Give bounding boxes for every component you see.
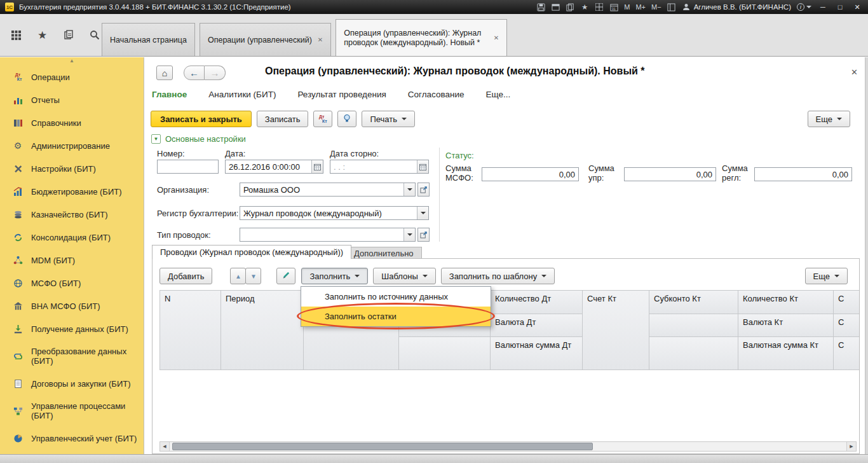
scroll-right-button[interactable]: ▶ — [846, 442, 856, 451]
organization-field[interactable]: Ромашка ООО — [240, 183, 416, 197]
save-icon[interactable] — [536, 3, 545, 11]
print-button[interactable]: Печать — [362, 111, 415, 127]
favorites-add-icon[interactable]: ★ — [580, 3, 589, 11]
calendar-button[interactable] — [417, 160, 428, 173]
copy-icon[interactable] — [566, 3, 574, 11]
section-title: Основные настройки — [165, 134, 246, 144]
tab-operation-document[interactable]: Операция (управленческий): Журнал провод… — [336, 19, 507, 56]
back-button[interactable]: ← — [184, 66, 205, 80]
service-grid-icon[interactable] — [595, 3, 604, 11]
sidebar-item-budgeting[interactable]: Бюджетирование (БИТ) — [0, 180, 144, 203]
form-more-button[interactable]: Еще — [808, 111, 850, 127]
minimize-button[interactable]: ─ — [817, 3, 829, 11]
main-menu-grid-icon[interactable] — [10, 29, 22, 41]
button-label: Еще — [813, 272, 830, 281]
move-down-button[interactable]: ▼ — [245, 268, 261, 284]
home-button[interactable]: ⌂ — [156, 66, 173, 80]
favorites-icon[interactable]: ★ — [36, 29, 48, 41]
tab-main[interactable]: Главное — [152, 90, 187, 99]
sidebar-item-bit-settings[interactable]: Настройки (БИТ) — [0, 157, 144, 180]
organization-open-button[interactable] — [417, 183, 430, 197]
tab-posting-result[interactable]: Результат проведения — [297, 90, 386, 99]
menu-item-fill-balances[interactable]: Заполнить остатки — [301, 307, 491, 326]
sidebar-item-management-accounting[interactable]: Управленческий учет (БИТ) — [0, 427, 144, 450]
show-postings-button[interactable]: ДтКт — [313, 111, 332, 127]
sidebar-item-operations[interactable]: ДтКт Операции — [0, 66, 144, 88]
memory-m-minus-button[interactable]: M− — [651, 3, 661, 11]
sum-regl-field[interactable]: 0,00 — [754, 167, 852, 181]
entry-type-field[interactable] — [240, 228, 416, 242]
horizontal-scrollbar[interactable]: ◀ ▶ — [159, 441, 857, 452]
add-row-button[interactable]: Добавить — [159, 268, 212, 284]
tab-analytics-bit[interactable]: Аналитики (БИТ) — [208, 90, 276, 99]
col-header-subconto-kt: Субконто Кт — [649, 291, 738, 314]
move-up-button[interactable]: ▲ — [230, 268, 246, 284]
calendar-button[interactable] — [311, 160, 323, 173]
register-field[interactable]: Журнал проводок (международный) — [240, 206, 429, 220]
sidebar-item-mdm[interactable]: MDM (БИТ) — [0, 249, 144, 272]
memory-m-plus-button[interactable]: M+ — [635, 3, 646, 11]
sidebar-item-references[interactable]: Справочники — [0, 111, 144, 134]
edit-button[interactable] — [276, 268, 295, 284]
open-window-icon[interactable] — [551, 3, 560, 11]
sum-upr-field[interactable]: 0,00 — [624, 167, 716, 181]
storno-date-field[interactable]: . . : — [330, 160, 429, 174]
memory-m-button[interactable]: M — [624, 3, 630, 11]
close-form-button[interactable]: ✕ — [851, 67, 858, 77]
search-icon[interactable] — [88, 29, 100, 41]
tips-button[interactable] — [337, 111, 356, 127]
calendar-icon[interactable]: 31 — [609, 3, 618, 11]
chevron-down-icon — [837, 118, 842, 120]
current-user[interactable]: Агличев В.В. (БИТ.ФИНАНС) — [682, 3, 791, 11]
sidebar-item-administration[interactable]: ⚙ Администрирование — [0, 134, 144, 157]
date-field[interactable]: 26.12.2016 0:00:00 — [225, 160, 323, 174]
tab-operations-list[interactable]: Операции (управленческий) ✕ — [200, 23, 331, 56]
sum-msfo-field[interactable]: 0,00 — [482, 167, 579, 181]
tab-more[interactable]: Еще... — [486, 90, 511, 99]
dropdown-button[interactable] — [403, 183, 415, 196]
navigation-arrows: ← → — [184, 66, 226, 80]
number-field[interactable] — [157, 160, 219, 174]
close-window-button[interactable]: ✕ — [851, 3, 863, 11]
entry-type-open-button[interactable] — [417, 228, 430, 242]
tab-close-icon[interactable]: ✕ — [318, 36, 323, 43]
main-settings-group[interactable]: ▼ Основные настройки — [151, 134, 246, 144]
field-value: 0,00 — [755, 168, 851, 181]
scroll-left-button[interactable]: ◀ — [160, 442, 170, 451]
grid-more-button[interactable]: Еще — [805, 268, 848, 284]
tab-approval[interactable]: Согласование — [408, 90, 465, 99]
tab-home-page[interactable]: Начальная страница — [102, 23, 195, 56]
forward-button[interactable]: → — [205, 66, 226, 80]
maximize-button[interactable]: □ — [834, 3, 846, 11]
info-icon: i — [797, 3, 804, 11]
dropdown-button[interactable] — [403, 228, 415, 241]
sidebar-item-msfo[interactable]: МСФО (БИТ) — [0, 272, 144, 294]
panels-icon[interactable] — [667, 3, 676, 11]
tab-close-icon[interactable]: ✕ — [494, 33, 499, 43]
fill-by-template-button[interactable]: Заполнить по шаблону — [441, 268, 555, 284]
sidebar-item-reports[interactable]: Отчеты — [0, 88, 144, 111]
sidebar-item-contracts[interactable]: Договоры и закупки (БИТ) — [0, 372, 144, 395]
sidebar-item-vna-msfo[interactable]: ВНА МСФО (БИТ) — [0, 294, 144, 317]
date-label: Дата: — [225, 149, 245, 158]
tab-additional[interactable]: Дополнительно — [346, 247, 422, 259]
scrollbar-thumb[interactable] — [172, 443, 593, 450]
save-button[interactable]: Записать — [257, 111, 309, 127]
organization-label: Организация: — [157, 185, 209, 195]
sidebar-item-process-management[interactable]: Управление процессами (БИТ) — [0, 395, 144, 427]
history-icon[interactable] — [62, 29, 74, 41]
download-icon — [13, 324, 23, 334]
sidebar-item-data-receiving[interactable]: Получение данных (БИТ) — [0, 317, 144, 340]
col-header-subconto-dt-3 — [399, 337, 491, 370]
save-and-close-button[interactable]: Записать и закрыть — [151, 111, 252, 127]
templates-button[interactable]: Шаблоны — [373, 268, 436, 284]
sidebar-scroll-up-icon[interactable]: ▲ — [0, 58, 144, 64]
sidebar-item-consolidation[interactable]: Консолидация (БИТ) — [0, 226, 144, 249]
menu-item-fill-from-data-source[interactable]: Заполнить по источнику данных — [301, 287, 491, 307]
sidebar-item-data-transformation[interactable]: Преобразование данных (БИТ) — [0, 340, 144, 372]
fill-button[interactable]: Заполнить — [301, 268, 368, 284]
tab-postings[interactable]: Проводки (Журнал проводок (международный… — [152, 245, 351, 259]
dropdown-button[interactable] — [417, 207, 428, 219]
info-menu-button[interactable]: i — [797, 3, 811, 11]
sidebar-item-treasury[interactable]: Казначейство (БИТ) — [0, 203, 144, 226]
